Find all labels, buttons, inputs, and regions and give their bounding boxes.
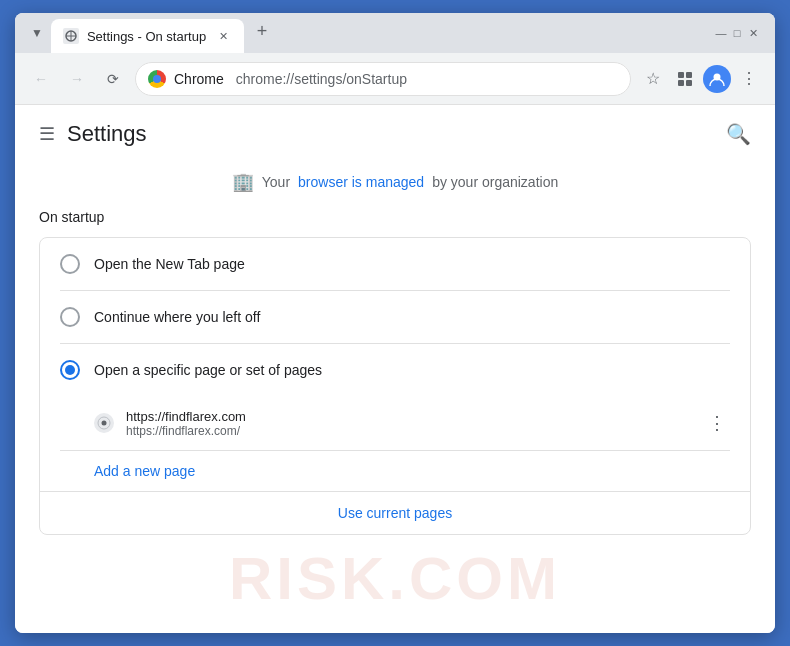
page-content: ☰ Settings 🔍 🏢 Your browser is managed b… xyxy=(15,105,775,633)
option-open-new-tab[interactable]: Open the New Tab page xyxy=(40,238,750,290)
tab-title: Settings - On startup xyxy=(87,29,206,44)
reload-button[interactable]: ⟳ xyxy=(99,65,127,93)
minimize-button[interactable]: — xyxy=(715,27,727,39)
option-continue-where-label: Continue where you left off xyxy=(94,309,260,325)
use-current-pages-link[interactable]: Use current pages xyxy=(338,505,452,521)
radio-inner-dot xyxy=(65,365,75,375)
managed-building-icon: 🏢 xyxy=(232,171,254,193)
restore-button[interactable]: □ xyxy=(731,27,743,39)
tab-favicon xyxy=(63,28,79,44)
forward-button[interactable]: → xyxy=(63,65,91,93)
svg-point-10 xyxy=(102,421,107,426)
search-icon[interactable]: 🔍 xyxy=(726,122,751,146)
chrome-menu-icon[interactable]: ⋮ xyxy=(735,65,763,93)
options-card: Open the New Tab page Continue where you… xyxy=(39,237,751,535)
back-button[interactable]: ← xyxy=(27,65,55,93)
chrome-logo-icon xyxy=(148,70,166,88)
managed-link[interactable]: browser is managed xyxy=(298,174,424,190)
browser-window: ▼ Settings - On startup ✕ + — □ ✕ xyxy=(15,13,775,633)
add-new-page-link[interactable]: Add a new page xyxy=(40,451,750,491)
svg-rect-6 xyxy=(678,80,684,86)
tab-list: Settings - On startup ✕ + xyxy=(51,13,707,53)
svg-rect-7 xyxy=(686,80,692,86)
option-specific-page[interactable]: Open a specific page or set of pages xyxy=(40,344,750,396)
new-tab-button[interactable]: + xyxy=(248,17,276,45)
close-button[interactable]: ✕ xyxy=(747,27,759,39)
url-bar[interactable]: Chrome chrome://settings/onStartup xyxy=(135,62,631,96)
radio-specific-page[interactable] xyxy=(60,360,80,380)
site-url1: https://findflarex.com xyxy=(126,409,692,424)
radio-continue-where[interactable] xyxy=(60,307,80,327)
page-title: Settings xyxy=(67,121,147,147)
svg-rect-4 xyxy=(678,72,684,78)
active-tab[interactable]: Settings - On startup ✕ xyxy=(51,19,244,53)
svg-rect-5 xyxy=(686,72,692,78)
hamburger-menu-icon[interactable]: ☰ xyxy=(39,123,55,145)
url-path: chrome://settings/onStartup xyxy=(236,71,407,87)
address-bar: ← → ⟳ Chrome chrome://settings/onStartup… xyxy=(15,53,775,105)
managed-text-before: Your xyxy=(262,174,290,190)
use-current-section: Use current pages xyxy=(40,491,750,534)
tab-dropdown-arrow[interactable]: ▼ xyxy=(23,13,51,53)
site-favicon-icon xyxy=(94,413,114,433)
site-info: https://findflarex.com https://findflare… xyxy=(126,409,692,438)
url-brand: Chrome xyxy=(174,71,224,87)
tab-close-button[interactable]: ✕ xyxy=(214,27,232,45)
option-specific-page-label: Open a specific page or set of pages xyxy=(94,362,322,378)
extensions-icon[interactable] xyxy=(671,65,699,93)
bookmark-star-icon[interactable]: ☆ xyxy=(639,65,667,93)
site-menu-button[interactable]: ⋮ xyxy=(704,408,730,438)
managed-text-after: by your organization xyxy=(432,174,558,190)
settings-header: ☰ Settings 🔍 xyxy=(15,105,775,163)
radio-open-new-tab[interactable] xyxy=(60,254,80,274)
option-continue-where[interactable]: Continue where you left off xyxy=(40,291,750,343)
section-title: On startup xyxy=(15,201,775,237)
profile-avatar[interactable] xyxy=(703,65,731,93)
toolbar-icons: ☆ ⋮ xyxy=(639,65,763,93)
title-bar: ▼ Settings - On startup ✕ + — □ ✕ xyxy=(15,13,775,53)
site-row: https://findflarex.com https://findflare… xyxy=(40,396,750,450)
site-url2: https://findflarex.com/ xyxy=(126,424,692,438)
watermark: RISK.COM xyxy=(229,544,561,613)
managed-notice: 🏢 Your browser is managed by your organi… xyxy=(15,163,775,201)
window-controls: — □ ✕ xyxy=(707,13,767,53)
option-open-new-tab-label: Open the New Tab page xyxy=(94,256,245,272)
